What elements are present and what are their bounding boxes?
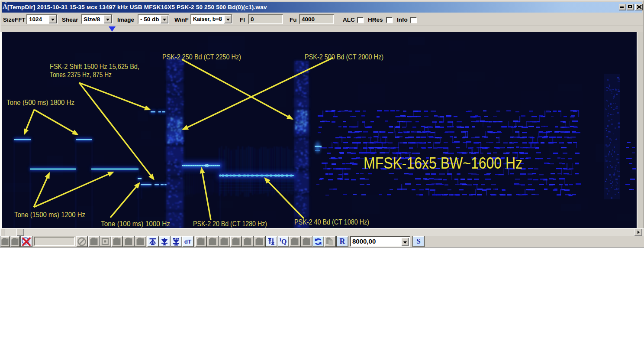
svg-text:FSK-2 Shift 1500 Hz 15,625 Bd,: FSK-2 Shift 1500 Hz 15,625 Bd,	[50, 62, 139, 71]
svg-text:PSK-2 500 Bd (CT 2000 Hz): PSK-2 500 Bd (CT 2000 Hz)	[305, 53, 383, 61]
svg-text:PSK-2 250 Bd (CT 2250 Hz): PSK-2 250 Bd (CT 2250 Hz)	[162, 53, 241, 61]
svg-text:Tone (100 ms) 1000 Hz: Tone (100 ms) 1000 Hz	[101, 220, 170, 228]
svg-text:Tone (500 ms) 1800 Hz: Tone (500 ms) 1800 Hz	[6, 98, 74, 107]
svg-text:PSK-2 40 Bd (CT 1080 Hz): PSK-2 40 Bd (CT 1080 Hz)	[294, 218, 369, 226]
svg-text:Tone (1500 ms) 1200 Hz: Tone (1500 ms) 1200 Hz	[14, 211, 85, 219]
svg-text:PSK-2 20 Bd (CT 1280 Hz): PSK-2 20 Bd (CT 1280 Hz)	[193, 220, 267, 228]
svg-text:Tones 2375 Hz, 875 Hz: Tones 2375 Hz, 875 Hz	[50, 71, 112, 79]
svg-text:MFSK-16x5 BW~1600 Hz: MFSK-16x5 BW~1600 Hz	[364, 154, 522, 172]
